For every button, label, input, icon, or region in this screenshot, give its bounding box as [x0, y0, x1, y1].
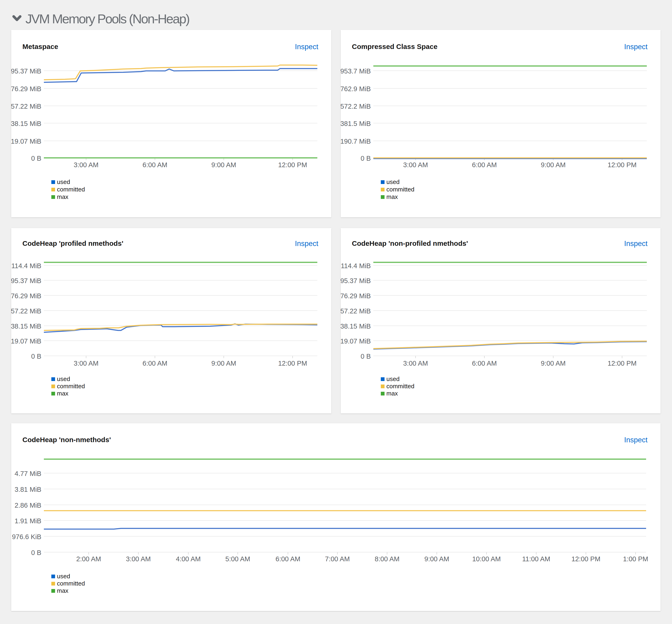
svg-text:5:00 AM: 5:00 AM: [225, 555, 250, 563]
svg-text:38.15 MiB: 38.15 MiB: [11, 322, 41, 330]
svg-text:committed: committed: [57, 580, 85, 587]
svg-text:95.37 MiB: 95.37 MiB: [11, 68, 41, 75]
svg-text:76.29 MiB: 76.29 MiB: [11, 292, 41, 300]
svg-text:8:00 AM: 8:00 AM: [375, 555, 399, 563]
svg-text:6:00 AM: 6:00 AM: [143, 161, 167, 168]
svg-text:Metaspace: Metaspace: [22, 43, 58, 50]
svg-text:committed: committed: [57, 383, 85, 390]
svg-text:9:00 AM: 9:00 AM: [211, 161, 236, 168]
svg-text:114.4 MiB: 114.4 MiB: [341, 262, 371, 269]
svg-text:committed: committed: [387, 186, 415, 193]
svg-text:used: used: [387, 178, 399, 185]
svg-text:976.6 KiB: 976.6 KiB: [12, 533, 41, 541]
svg-text:Inspect: Inspect: [624, 43, 647, 51]
svg-text:6:00 AM: 6:00 AM: [472, 360, 497, 367]
svg-text:2:00 AM: 2:00 AM: [76, 555, 101, 563]
svg-text:max: max: [57, 587, 68, 594]
svg-text:CodeHeap 'profiled nmethods': CodeHeap 'profiled nmethods': [22, 239, 123, 247]
svg-text:used: used: [57, 178, 70, 185]
svg-text:max: max: [387, 193, 398, 200]
svg-text:9:00 AM: 9:00 AM: [424, 555, 449, 563]
svg-text:committed: committed: [387, 383, 415, 390]
svg-text:381.5 MiB: 381.5 MiB: [341, 120, 371, 127]
svg-text:1.91 MiB: 1.91 MiB: [15, 517, 41, 525]
svg-text:used: used: [57, 375, 70, 383]
svg-text:0 B: 0 B: [31, 549, 41, 556]
svg-text:4:00 AM: 4:00 AM: [176, 555, 201, 563]
svg-text:3:00 AM: 3:00 AM: [74, 360, 98, 367]
svg-text:10:00 AM: 10:00 AM: [472, 555, 501, 563]
svg-text:19.07 MiB: 19.07 MiB: [11, 137, 41, 145]
svg-text:3:00 AM: 3:00 AM: [126, 555, 151, 563]
svg-text:12:00 PM: 12:00 PM: [278, 161, 307, 168]
svg-text:9:00 AM: 9:00 AM: [541, 360, 566, 367]
svg-text:0 B: 0 B: [360, 353, 371, 360]
svg-text:762.9 MiB: 762.9 MiB: [341, 85, 371, 93]
svg-text:max: max: [57, 390, 68, 397]
svg-text:9:00 AM: 9:00 AM: [541, 161, 566, 168]
svg-text:3:00 AM: 3:00 AM: [403, 360, 428, 367]
svg-text:Inspect: Inspect: [624, 239, 647, 248]
svg-text:Inspect: Inspect: [295, 43, 318, 51]
svg-text:38.15 MiB: 38.15 MiB: [11, 120, 41, 127]
svg-text:12:00 PM: 12:00 PM: [571, 555, 600, 563]
svg-text:1:00 PM: 1:00 PM: [623, 555, 648, 563]
svg-text:57.22 MiB: 57.22 MiB: [341, 307, 371, 315]
svg-text:max: max: [387, 390, 398, 397]
svg-text:0 B: 0 B: [360, 155, 371, 162]
svg-text:12:00 PM: 12:00 PM: [278, 360, 307, 367]
svg-text:committed: committed: [57, 186, 85, 193]
svg-text:CodeHeap 'non-profiled nmethod: CodeHeap 'non-profiled nmethods': [352, 239, 468, 247]
svg-text:2.86 MiB: 2.86 MiB: [15, 501, 41, 509]
svg-text:11:00 AM: 11:00 AM: [522, 555, 550, 563]
svg-text:max: max: [57, 193, 68, 200]
svg-text:used: used: [57, 573, 70, 580]
svg-text:190.7 MiB: 190.7 MiB: [341, 137, 371, 145]
svg-text:Inspect: Inspect: [295, 239, 318, 248]
svg-text:4.77 MiB: 4.77 MiB: [15, 470, 41, 477]
svg-text:76.29 MiB: 76.29 MiB: [11, 85, 41, 93]
svg-text:57.22 MiB: 57.22 MiB: [11, 103, 41, 110]
svg-text:57.22 MiB: 57.22 MiB: [11, 307, 41, 315]
svg-text:Inspect: Inspect: [624, 436, 647, 444]
svg-text:38.15 MiB: 38.15 MiB: [341, 322, 371, 330]
svg-text:3.81 MiB: 3.81 MiB: [15, 486, 41, 493]
svg-text:6:00 AM: 6:00 AM: [276, 555, 300, 563]
svg-text:114.4 MiB: 114.4 MiB: [11, 262, 41, 269]
svg-text:6:00 AM: 6:00 AM: [472, 161, 497, 168]
svg-text:7:00 AM: 7:00 AM: [325, 555, 350, 563]
svg-text:19.07 MiB: 19.07 MiB: [11, 337, 41, 345]
svg-text:76.29 MiB: 76.29 MiB: [341, 292, 371, 300]
svg-text:953.7 MiB: 953.7 MiB: [341, 68, 371, 75]
svg-text:572.2 MiB: 572.2 MiB: [341, 103, 371, 110]
svg-text:3:00 AM: 3:00 AM: [403, 161, 428, 168]
svg-text:3:00 AM: 3:00 AM: [74, 161, 98, 168]
svg-text:0 B: 0 B: [31, 155, 41, 162]
svg-text:19.07 MiB: 19.07 MiB: [341, 337, 371, 345]
svg-text:12:00 PM: 12:00 PM: [607, 360, 637, 367]
svg-text:Compressed Class Space: Compressed Class Space: [352, 43, 438, 50]
svg-text:0 B: 0 B: [31, 353, 41, 360]
svg-text:used: used: [387, 375, 399, 383]
svg-text:95.37 MiB: 95.37 MiB: [341, 277, 371, 285]
svg-text:12:00 PM: 12:00 PM: [607, 161, 637, 168]
svg-text:JVM Memory Pools (Non-Heap): JVM Memory Pools (Non-Heap): [25, 11, 189, 26]
svg-text:9:00 AM: 9:00 AM: [211, 360, 236, 367]
svg-text:95.37 MiB: 95.37 MiB: [11, 277, 41, 285]
svg-text:6:00 AM: 6:00 AM: [143, 360, 167, 367]
svg-text:CodeHeap 'non-nmethods': CodeHeap 'non-nmethods': [22, 436, 111, 443]
